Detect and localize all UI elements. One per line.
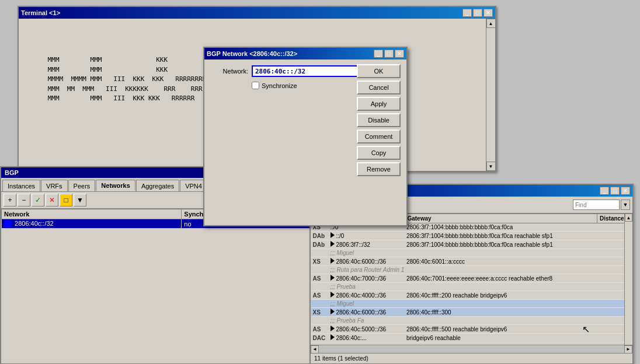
copy-button[interactable]: Copy [357,146,401,160]
network-icon [4,220,11,228]
tab-networks[interactable]: Networks [96,180,135,191]
cell-type [311,249,329,257]
ipv6-routes-table: Dst. Address Gateway Distance XS ::/0 28… [311,214,632,342]
cell-type: DAb [311,240,329,249]
apply-button[interactable]: Apply [357,97,401,111]
terminal-titlebar-buttons: _ □ ✕ [462,9,493,17]
scroll-right-btn[interactable]: ► [624,345,632,354]
cell-comment: ;;; Ruta para Router Admin 1 [329,266,632,274]
terminal-close-btn[interactable]: ✕ [484,9,493,17]
cell-gateway: 2806:3f7:1004:bbbb:bbbb:bbbb:f0ca:f0ca [405,223,597,232]
table-row[interactable]: DAb ::/0 2806:3f7:1004:bbbb:bbbb:bbbb:f0… [311,232,632,240]
ipv6-scroll-track [625,222,632,350]
table-row: ;;; Miguel [311,249,632,257]
cell-gateway: 2806:40c:7001:eeee:eeee:eeee:a:cccc reac… [405,274,597,283]
cell-type [311,266,329,274]
table-row[interactable]: AS 2806:40c:5000::/36 2806:40c:ffff::500… [311,325,632,334]
scroll-track-h [319,346,624,353]
col-gateway[interactable]: Gateway [405,214,597,223]
tab-aggregates[interactable]: Aggregates [136,180,179,191]
table-row[interactable]: DAC 2806:40c:... bridgeipv6 reachable [311,334,632,342]
bgp-table-area: Network Synchron... 2806:40c::/32 no [1,209,314,355]
comment-button[interactable]: Comment [357,130,401,144]
ipv6-close-btn[interactable]: ✕ [621,187,630,195]
remove-icon[interactable]: − [18,194,30,206]
cell-network: 2806:40c::/32 [2,219,182,229]
cell-comment: ;;; Miguel [329,249,632,257]
cell-type [311,283,329,291]
cell-dst: 2806:40c:6000::/36 [329,257,405,266]
cell-dst: 2806:40c:4000::/36 [329,291,405,300]
dialog-buttons: OK Cancel Apply Disable Comment Copy Rem… [357,64,401,176]
tab-instances[interactable]: Instances [2,180,40,191]
scroll-down-arrow[interactable]: ▼ [486,162,496,171]
network-label: Network: [210,68,248,75]
table-row[interactable]: DAb 2806:3f7::/32 2806:3f7:1004:bbbb:bbb… [311,240,632,249]
filter-icon[interactable]: ▼ [74,194,86,206]
disable-button[interactable]: Disable [357,113,401,127]
synchronize-checkbox[interactable] [252,82,259,89]
bgp-dialog: BGP Network <2806:40c::/32> _ □ ✕ Networ… [203,47,408,226]
cell-type: AS [311,325,329,334]
table-row: ;;; Ruta para Router Admin 1 [311,266,632,274]
cell-comment: ;;; Prueba [329,283,632,291]
cell-gateway: 2806:40c:ffff::300 [405,308,597,317]
col-network[interactable]: Network [2,209,182,219]
cell-gateway: 2806:40c:6001::a:cccc [405,257,597,266]
bgp-title-label: BGP [5,169,19,176]
cell-type [311,317,329,325]
bgp-dialog-titlebar: BGP Network <2806:40c::/32> _ □ ✕ [204,48,406,60]
cell-comment: ;;; Prueba Fa [329,317,632,325]
ipv6-status-bar: 11 items (1 selected) [311,353,632,363]
cell-gateway: 2806:40c:ffff::500 reachable bridgeipv6 [405,325,597,334]
cross-icon[interactable]: ✕ [46,194,58,206]
ipv6-table-area: Dst. Address Gateway Distance XS ::/0 28… [311,214,632,358]
check-icon[interactable]: ✓ [32,194,44,206]
tab-peers[interactable]: Peers [68,180,96,191]
ipv6-find-input[interactable] [573,200,620,210]
table-row: ;;; Prueba [311,283,632,291]
cell-type [311,300,329,308]
cell-gateway: bridgeipv6 reachable [405,334,597,342]
table-row[interactable]: XS 2806:40c:6000::/36 2806:40c:6001::a:c… [311,257,632,266]
ipv6-maximize-btn[interactable]: □ [610,187,620,195]
remove-button[interactable]: Remove [357,162,401,176]
add-icon[interactable]: + [4,194,16,206]
cell-dst: 2806:40c:... [329,334,405,342]
terminal-titlebar: Terminal <1> _ □ ✕ [19,7,495,19]
table-row[interactable]: XS 2806:40c:6000::/36 2806:40c:ffff::300 [311,308,632,317]
ipv6-horiz-scrollbar: ◄ ► [311,345,632,353]
settings-icon[interactable]: □ [60,194,72,206]
terminal-maximize-btn[interactable]: □ [473,9,482,17]
table-row: ;;; Miguel [311,300,632,308]
cell-type: DAC [311,334,329,342]
cell-gateway: 2806:3f7:1004:bbbb:bbbb:bbbb:f0ca:f0ca r… [405,232,597,240]
ipv6-find-dropdown[interactable]: ▼ [621,200,630,210]
cancel-button[interactable]: Cancel [357,80,401,94]
ipv6-scroll-up[interactable]: ▲ [625,214,632,222]
bgp-dialog-minimize-btn[interactable]: _ [374,50,383,58]
cell-type: AS [311,291,329,300]
table-row[interactable]: AS 2806:40c:4000::/36 2806:40c:ffff::200… [311,291,632,300]
table-row[interactable]: AS 2806:40c:7000::/36 2806:40c:7001:eeee… [311,274,632,283]
cell-comment: ;;; Miguel [329,300,632,308]
cell-dst: ::/0 [329,232,405,240]
tab-vrfs[interactable]: VRFs [41,180,68,191]
cell-type: XS [311,308,329,317]
terminal-minimize-btn[interactable]: _ [462,9,472,17]
bgp-dialog-maximize-btn[interactable]: □ [384,50,394,58]
bgp-dialog-close-btn[interactable]: ✕ [395,50,404,58]
cell-type: XS [311,257,329,266]
ipv6-minimize-btn[interactable]: _ [600,187,609,195]
cell-type: AS [311,274,329,283]
ok-button[interactable]: OK [357,64,401,78]
scroll-left-btn[interactable]: ◄ [311,345,319,354]
cell-dst: 2806:40c:5000::/36 [329,325,405,334]
ipv6-titlebar-buttons: _ □ ✕ [600,187,630,195]
ipv6-scrollbar: ▲ ▼ [624,214,632,358]
cell-gateway: 2806:3f7:1004:bbbb:bbbb:bbbb:f0ca:f0ca r… [405,240,597,249]
terminal-scrollbar: ▲ ▼ [486,19,495,171]
scroll-up-arrow[interactable]: ▲ [486,19,496,28]
terminal-title: Terminal <1> [21,9,60,16]
ipv6-status-text: 11 items (1 selected) [314,355,368,362]
